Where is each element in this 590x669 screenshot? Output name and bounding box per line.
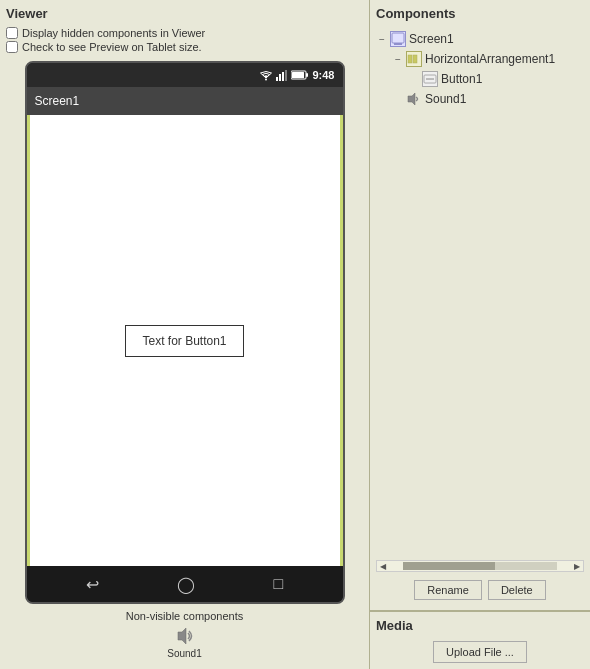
components-section: Components − Screen1 −	[370, 0, 590, 610]
battery-icon	[291, 69, 309, 81]
hidden-components-label: Display hidden components in Viewer	[22, 27, 205, 39]
svg-rect-1	[276, 77, 278, 81]
non-visible-label: Non-visible components	[6, 610, 363, 622]
svg-rect-2	[279, 74, 281, 81]
tablet-preview-row: Check to see Preview on Tablet size.	[6, 41, 363, 53]
screen-name-label: Screen1	[35, 94, 80, 108]
sound-comp-icon	[406, 91, 422, 107]
rename-button[interactable]: Rename	[414, 580, 482, 600]
sound1-nonvisible: Sound1	[6, 626, 363, 659]
svg-rect-6	[306, 73, 308, 77]
svg-rect-4	[285, 70, 287, 81]
phone-status-bar: 9:48	[27, 63, 343, 87]
media-title: Media	[376, 618, 584, 633]
collapse-sound1-icon	[392, 93, 404, 105]
screen1-label: Screen1	[409, 32, 454, 46]
scroll-left-arrow[interactable]: ◀	[377, 560, 389, 572]
phone-title-bar: Screen1	[27, 87, 343, 115]
tablet-preview-checkbox[interactable]	[6, 41, 18, 53]
signal-icon	[276, 69, 288, 81]
phone-frame: 9:48 Screen1 Text for Button1 ↩ ◯ □	[25, 61, 345, 604]
svg-marker-8	[178, 628, 186, 644]
hidden-components-checkbox[interactable]	[6, 27, 18, 39]
svg-marker-15	[408, 93, 415, 105]
action-buttons: Rename Delete	[376, 576, 584, 604]
button-comp-icon	[422, 71, 438, 87]
wifi-icon	[259, 69, 273, 81]
svg-rect-10	[394, 43, 402, 45]
viewer-title: Viewer	[6, 6, 363, 21]
scrollbar-thumb[interactable]	[403, 562, 495, 570]
hidden-components-row: Display hidden components in Viewer	[6, 27, 363, 39]
delete-button[interactable]: Delete	[488, 580, 546, 600]
collapse-button1-icon	[408, 73, 420, 85]
svg-rect-11	[408, 55, 412, 63]
tree-row-sound1[interactable]: Sound1	[376, 89, 584, 109]
collapse-screen1-icon[interactable]: −	[376, 33, 388, 45]
tree-row-horizontal1[interactable]: − HorizontalArrangement1	[376, 49, 584, 69]
status-icons: 9:48	[259, 69, 334, 81]
phone-container: 9:48 Screen1 Text for Button1 ↩ ◯ □	[6, 61, 363, 604]
scrollbar-track	[403, 562, 557, 570]
back-nav-icon: ↩	[86, 575, 99, 594]
home-nav-icon: ◯	[177, 575, 195, 594]
sound1-label: Sound1	[167, 648, 201, 659]
button1-label: Button1	[441, 72, 482, 86]
viewer-panel: Viewer Display hidden components in View…	[0, 0, 370, 669]
layout-icon	[406, 51, 422, 67]
upload-file-button[interactable]: Upload File ...	[433, 641, 527, 663]
scroll-right-arrow[interactable]: ▶	[571, 560, 583, 572]
button1-preview[interactable]: Text for Button1	[125, 325, 243, 357]
non-visible-section: Non-visible components Sound1	[6, 604, 363, 663]
tablet-preview-label: Check to see Preview on Tablet size.	[22, 41, 202, 53]
horizontal-scrollbar[interactable]: ◀ ▶	[376, 560, 584, 572]
components-title: Components	[376, 6, 584, 21]
media-section: Media Upload File ...	[370, 610, 590, 669]
horizontal1-label: HorizontalArrangement1	[425, 52, 555, 66]
tree-row-screen1[interactable]: − Screen1	[376, 29, 584, 49]
tree-row-button1[interactable]: Button1	[376, 69, 584, 89]
sound1-tree-label: Sound1	[425, 92, 466, 106]
svg-rect-3	[282, 72, 284, 81]
sound1-icon	[175, 626, 195, 646]
screen-icon	[390, 31, 406, 47]
phone-nav-bar: ↩ ◯ □	[27, 566, 343, 602]
recent-nav-icon: □	[274, 575, 284, 593]
collapse-horizontal1-icon[interactable]: −	[392, 53, 404, 65]
svg-point-0	[265, 79, 267, 81]
svg-rect-9	[392, 33, 404, 43]
phone-screen[interactable]: Text for Button1	[27, 115, 343, 566]
svg-rect-12	[413, 55, 417, 63]
component-tree: − Screen1 − Hori	[376, 29, 584, 556]
status-time: 9:48	[312, 69, 334, 81]
svg-rect-7	[292, 72, 304, 78]
right-panel: Components − Screen1 −	[370, 0, 590, 669]
